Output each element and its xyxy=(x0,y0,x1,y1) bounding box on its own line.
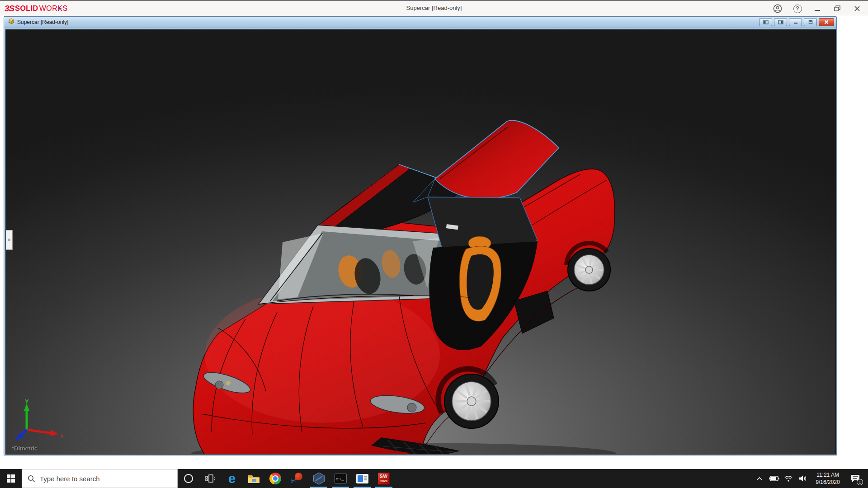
app-window-title: Supercar [Read-only] xyxy=(0,5,868,11)
app-titlebar: 3S SOLIDWORKS ▸ Supercar [Read-only] ? xyxy=(0,0,868,15)
wifi-icon[interactable] xyxy=(782,469,795,488)
front-wheel xyxy=(438,369,499,428)
restore-button[interactable] xyxy=(829,2,845,15)
taskbar-icon-task-view[interactable] xyxy=(199,469,221,488)
taskbar: e ✂ C:\_ xyxy=(0,469,868,488)
battery-icon[interactable] xyxy=(768,469,780,488)
graphics-viewport[interactable]: Y X *Dimetric xyxy=(5,29,836,455)
taskbar-icon-edrawings[interactable] xyxy=(308,469,330,488)
system-tray: 11:21 AM 9/16/2020 1 xyxy=(753,469,868,488)
document-window: Supercar [Read-only] xyxy=(4,16,837,455)
taskbar-icon-chrome[interactable] xyxy=(264,469,286,488)
doc-close-button[interactable] xyxy=(819,18,834,26)
minimize-button[interactable] xyxy=(809,2,826,15)
supercar-3d-model[interactable] xyxy=(6,30,836,455)
tray-date: 9/16/2020 xyxy=(811,479,844,486)
chrome-icon xyxy=(269,473,281,484)
edge-icon: e xyxy=(228,472,236,485)
tray-chevron-up-icon[interactable] xyxy=(753,469,766,488)
edrawings-icon xyxy=(313,472,325,485)
tray-time: 11:21 AM xyxy=(811,471,844,479)
taskbar-icon-edge[interactable]: e xyxy=(221,469,243,488)
file-explorer-icon xyxy=(248,474,260,483)
taskbar-search[interactable] xyxy=(22,469,178,488)
cortana-icon xyxy=(184,474,193,483)
app-window-controls: ? xyxy=(769,1,865,16)
pane-right-toggle-button[interactable] xyxy=(774,18,787,26)
view-orientation-label: *Dimetric xyxy=(12,445,38,452)
part-document-icon xyxy=(8,18,15,27)
pane-left-toggle-button[interactable] xyxy=(759,18,772,26)
search-input[interactable] xyxy=(40,475,162,483)
taskbar-icon-snipping-tool[interactable]: ✂ xyxy=(286,469,308,488)
taskbar-icon-file-explorer[interactable] xyxy=(243,469,264,488)
snipping-tool-icon: ✂ xyxy=(291,473,303,484)
start-button[interactable] xyxy=(0,469,22,488)
triad-x-label: X xyxy=(60,433,64,439)
featuremanager-flyout-tab[interactable] xyxy=(6,230,13,250)
notification-badge: 1 xyxy=(857,479,863,485)
tray-clock[interactable]: 11:21 AM 9/16/2020 xyxy=(811,471,844,486)
document-titlebar[interactable]: Supercar [Read-only] xyxy=(4,17,836,28)
doc-restore-button[interactable] xyxy=(804,18,817,26)
taskbar-icon-cortana[interactable] xyxy=(178,469,199,488)
windows-logo-icon xyxy=(7,474,15,483)
blue-document-app-icon xyxy=(356,474,368,483)
triad-y-label: Y xyxy=(25,398,29,405)
close-button[interactable] xyxy=(849,2,865,15)
taskbar-icon-app-window[interactable] xyxy=(351,469,373,488)
taskbar-icon-command-prompt[interactable]: C:\_ xyxy=(330,469,351,488)
status-strip xyxy=(0,455,868,469)
document-window-controls xyxy=(759,18,834,26)
taskbar-icon-solidworks-2020[interactable]: SW 2020 xyxy=(373,469,395,488)
speaker-icon[interactable] xyxy=(797,469,809,488)
solidworks-2020-icon: SW 2020 xyxy=(378,473,390,485)
document-title: Supercar [Read-only] xyxy=(17,19,68,25)
account-icon[interactable] xyxy=(769,2,786,15)
task-view-icon xyxy=(205,474,215,483)
help-icon[interactable]: ? xyxy=(789,2,806,15)
command-prompt-icon: C:\_ xyxy=(335,474,347,483)
action-center-button[interactable]: 1 xyxy=(846,469,864,488)
search-icon xyxy=(28,475,35,483)
rear-wheel xyxy=(566,243,610,291)
doc-minimize-button[interactable] xyxy=(789,18,802,26)
reference-triad: Y X xyxy=(13,397,67,442)
